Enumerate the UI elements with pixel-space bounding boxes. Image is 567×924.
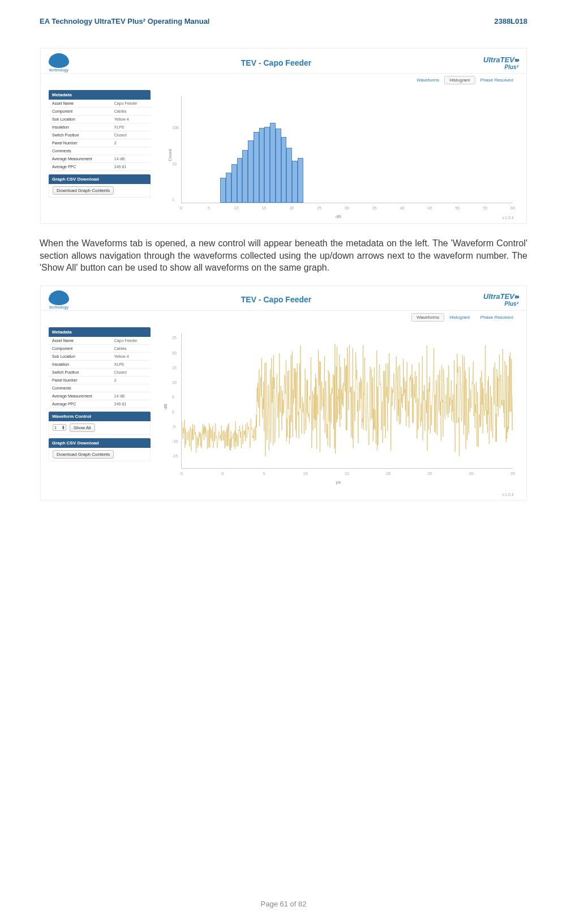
waveform-control-header: Waveform Control: [49, 412, 151, 421]
screenshot-title: TEV - Capo Feeder: [241, 295, 311, 304]
waveform-chart: dB µs -505101520253035 -15-10-5051015202…: [158, 327, 518, 486]
metadata-row: Sub LocationYellow 4: [49, 352, 151, 360]
ea-logo: technology: [49, 53, 69, 72]
metadata-row: Average PPC249.81: [49, 163, 151, 171]
tab-waveforms[interactable]: Waveforms: [411, 313, 444, 322]
chevron-up-down-icon[interactable]: ▴▾: [62, 425, 65, 430]
metadata-row: Switch PositionClosed: [49, 368, 151, 376]
screenshot-histogram: technology TEV - Capo Feeder UltraTEV›››…: [40, 48, 527, 224]
histogram-bar: [286, 148, 292, 203]
download-panel-header: Graph CSV Download: [49, 174, 151, 184]
version-label: v.1.0.4: [502, 493, 514, 497]
tab-histogram[interactable]: Histogram: [444, 76, 475, 84]
ultratev-logo: UltraTEV››› Plus²: [483, 55, 518, 70]
histogram-bar: [292, 161, 298, 203]
tab-waveforms[interactable]: Waveforms: [411, 76, 444, 84]
histogram-bar: [226, 173, 231, 203]
metadata-row: Sub LocationYellow 4: [49, 116, 151, 123]
ea-logo: technology: [49, 290, 69, 309]
screenshot-waveform: technology TEV - Capo Feeder UltraTEV›››…: [40, 285, 527, 500]
metadata-row: InsulationXLPE: [49, 123, 151, 131]
histogram-bar: [248, 140, 254, 203]
histogram-bar: [254, 132, 259, 203]
metadata-row: Comments: [49, 147, 151, 155]
metadata-table: Asset NameCapo FeederComponentCablesSub …: [49, 100, 151, 171]
histogram-bar: [276, 129, 281, 203]
show-all-button[interactable]: Show All: [70, 424, 95, 432]
version-label: v.1.0.4: [502, 216, 514, 220]
download-graph-button[interactable]: Download Graph Contents: [53, 186, 114, 195]
histogram-bar: [270, 123, 276, 203]
waveform-number-stepper[interactable]: 1 ▴▾: [53, 424, 66, 431]
tab-histogram[interactable]: Histogram: [444, 313, 475, 322]
metadata-row: Panel Number2: [49, 376, 151, 384]
download-panel-header: Graph CSV Download: [49, 438, 151, 448]
screenshot-title: TEV - Capo Feeder: [241, 58, 311, 67]
histogram-bar: [220, 178, 226, 203]
metadata-row: ComponentCables: [49, 344, 151, 352]
metadata-row: Panel Number2: [49, 139, 151, 147]
download-graph-button[interactable]: Download Graph Contents: [53, 450, 114, 459]
tab-phase-resolved[interactable]: Phase Resolved: [475, 76, 518, 84]
histogram-bar: [237, 158, 243, 203]
histogram-chart: Count dB 051015202530354045505560 110100: [158, 90, 518, 220]
metadata-table: Asset NameCapo FeederComponentCablesSub …: [49, 337, 151, 408]
metadata-row: Switch PositionClosed: [49, 131, 151, 139]
metadata-row: Average PPC249.81: [49, 400, 151, 408]
metadata-row: Asset NameCapo Feeder: [49, 337, 151, 345]
page-footer: Page 61 of 82: [0, 900, 567, 908]
histogram-bar: [231, 164, 237, 203]
ultratev-logo: UltraTEV››› Plus²: [483, 292, 518, 307]
metadata-panel-header: Metadata: [49, 327, 151, 337]
metadata-row: InsulationXLPE: [49, 360, 151, 368]
metadata-row: Asset NameCapo Feeder: [49, 100, 151, 108]
metadata-row: Comments: [49, 384, 151, 392]
histogram-bar: [298, 158, 303, 203]
histogram-bar: [264, 127, 270, 203]
doc-code: 2388L018: [494, 17, 527, 25]
histogram-bar: [259, 128, 265, 203]
metadata-row: Average Measurement14 dB: [49, 155, 151, 163]
doc-title: EA Technology UltraTEV Plus² Operating M…: [40, 17, 209, 25]
body-paragraph: When the Waveforms tab is opened, a new …: [0, 224, 567, 285]
metadata-row: ComponentCables: [49, 108, 151, 116]
metadata-row: Average Measurement14 dB: [49, 392, 151, 400]
histogram-bar: [242, 150, 248, 203]
tab-phase-resolved[interactable]: Phase Resolved: [475, 313, 518, 322]
metadata-panel-header: Metadata: [49, 90, 151, 100]
histogram-bar: [281, 137, 287, 203]
